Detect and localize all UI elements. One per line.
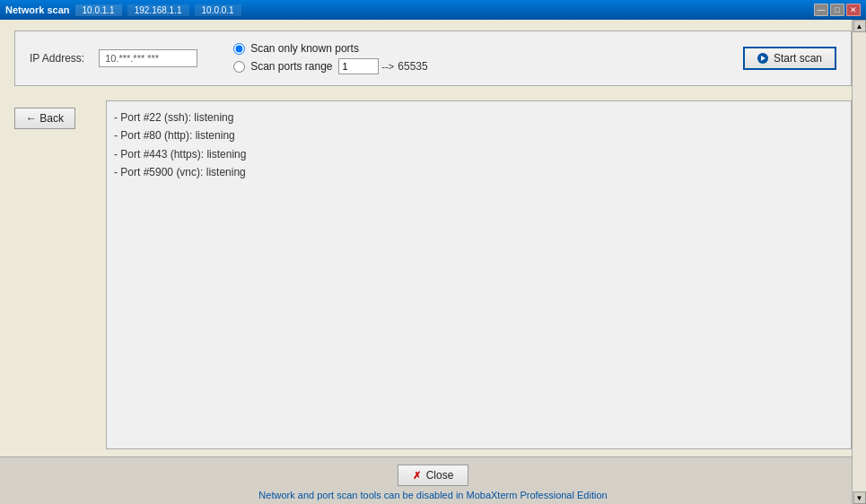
minimize-button[interactable]: — — [814, 4, 828, 16]
scan-ports-range-radio[interactable] — [233, 61, 245, 73]
ip-input[interactable] — [99, 49, 197, 67]
scan-ports-range-row: Scan ports range --> 65535 — [233, 58, 428, 74]
port-range-inputs: --> 65535 — [338, 58, 428, 74]
tab3[interactable]: 10.0.0.1 — [195, 4, 241, 16]
window-scrollbar[interactable]: ▲ ▼ — [852, 20, 866, 504]
title-text: Network scan — [5, 4, 70, 15]
start-scan-button[interactable]: Start scan — [743, 47, 836, 70]
scrollbar-down-arrow[interactable]: ▼ — [853, 491, 866, 504]
scan-known-ports-radio[interactable] — [233, 43, 245, 55]
port-result-line: - Port #80 (http): listening — [114, 126, 844, 144]
tab1[interactable]: 10.0.1.1 — [75, 4, 122, 16]
maximize-button[interactable]: □ — [830, 4, 844, 16]
window-body: IP Address: Scan only known ports Scan p… — [0, 20, 866, 504]
play-triangle — [761, 56, 765, 61]
scan-options: Scan only known ports Scan ports range -… — [233, 42, 428, 74]
top-panel: IP Address: Scan only known ports Scan p… — [14, 30, 852, 86]
arrow-label: --> — [382, 61, 395, 72]
back-button[interactable]: ← Back — [14, 108, 75, 129]
scrollbar-up-arrow[interactable]: ▲ — [853, 20, 866, 32]
left-panel: ← Back — [14, 100, 95, 449]
footer-link[interactable]: Network and port scan tools can be disab… — [258, 490, 607, 500]
scrollbar-track — [853, 32, 866, 491]
title-bar-controls: — □ ✕ — [814, 4, 861, 16]
tab2[interactable]: 192.168.1.1 — [127, 4, 189, 16]
start-scan-label: Start scan — [774, 52, 822, 65]
port-from-input[interactable] — [338, 58, 379, 74]
port-to-value: 65535 — [398, 60, 427, 73]
scan-ports-range-label: Scan ports range — [250, 60, 332, 73]
play-icon — [757, 53, 768, 64]
port-result-line: - Port #443 (https): listening — [114, 145, 844, 163]
close-label: Close — [426, 469, 454, 482]
ip-label: IP Address: — [30, 52, 84, 65]
scan-known-ports-row: Scan only known ports — [233, 42, 428, 55]
close-button[interactable]: ✗ Close — [398, 465, 469, 486]
scan-known-ports-label: Scan only known ports — [250, 42, 359, 55]
content-area: ← Back - Port #22 (ssh): listening- Port… — [0, 93, 866, 456]
back-label: ← Back — [26, 112, 64, 125]
window-close-button[interactable]: ✕ — [846, 4, 861, 16]
port-result-line: - Port #5900 (vnc): listening — [114, 163, 844, 181]
port-result-line: - Port #22 (ssh): listening — [114, 109, 844, 126]
close-x-icon: ✗ — [413, 470, 421, 482]
results-box[interactable]: - Port #22 (ssh): listening- Port #80 (h… — [106, 100, 852, 449]
bottom-bar: ✗ Close Network and port scan tools can … — [0, 456, 866, 504]
title-bar-left: Network scan 10.0.1.1 192.168.1.1 10.0.0… — [5, 4, 241, 16]
title-bar: Network scan 10.0.1.1 192.168.1.1 10.0.0… — [0, 0, 866, 20]
